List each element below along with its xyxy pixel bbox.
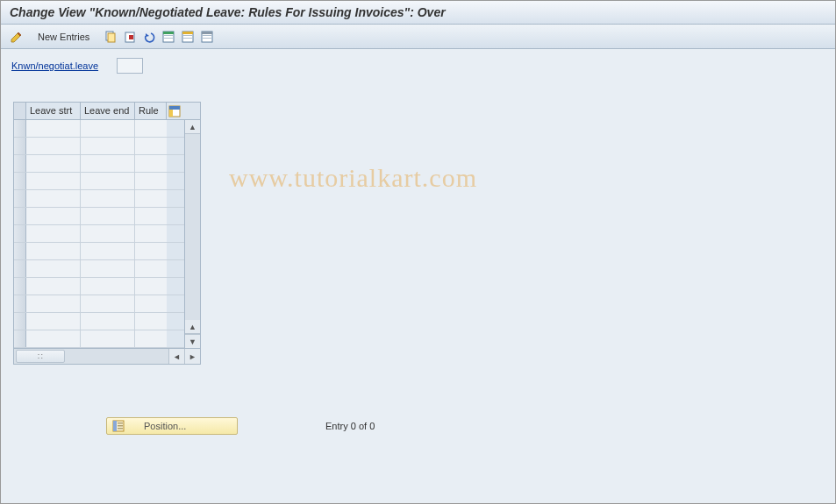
col-rule[interactable]: Rule [135,103,167,119]
cell-leave-end[interactable] [81,155,135,172]
cell-rule[interactable] [135,190,167,207]
svg-rect-18 [169,106,180,110]
position-label: Position... [144,421,186,431]
table-row [14,225,184,243]
cell-rule[interactable] [135,243,167,259]
table-row [14,313,184,330]
table-body: ▲ ▲ ▼ [14,120,200,348]
cell-leave-end[interactable] [81,295,135,312]
row-selector[interactable] [14,190,26,207]
cell-rule[interactable] [135,330,167,347]
row-selector[interactable] [14,208,26,224]
table-row [14,208,184,225]
row-selector[interactable] [14,138,26,154]
cell-leave-strt[interactable] [26,120,81,137]
cell-leave-strt[interactable] [26,208,81,224]
cell-rule[interactable] [135,278,167,295]
cell-leave-strt[interactable] [26,225,81,242]
cell-leave-end[interactable] [81,278,135,295]
cell-rule[interactable] [135,313,167,330]
vertical-scrollbar[interactable]: ▲ ▲ ▼ [184,120,200,348]
leave-rules-table: Leave strt Leave end Rule ▲ ▲ ▼ ∷ ◄ ► [13,102,201,365]
cell-leave-strt[interactable] [26,313,81,330]
knwn-negotiat-leave-label[interactable]: Knwn/negotiat.leave [11,60,108,71]
cell-leave-end[interactable] [81,313,135,330]
table-row [14,295,184,313]
cell-rule[interactable] [135,295,167,312]
table-row [14,243,184,260]
cell-leave-strt[interactable] [26,295,81,312]
entry-counter: Entry 0 of 0 [325,421,375,431]
cell-leave-strt[interactable] [26,190,81,207]
cell-leave-strt[interactable] [26,260,81,277]
select-all-icon[interactable] [160,28,177,46]
svg-rect-9 [182,32,193,34]
cell-leave-end[interactable] [81,138,135,154]
scroll-right-icon[interactable]: ► [184,349,200,364]
cell-rule[interactable] [135,225,167,242]
cell-leave-strt[interactable] [26,155,81,172]
row-selector[interactable] [14,295,26,312]
cell-leave-end[interactable] [81,243,135,259]
footer-row: Position... Entry 0 of 0 [106,417,375,435]
table-config-button[interactable]: ∷ [16,350,65,363]
table-row [14,330,184,348]
delete-icon[interactable] [121,28,139,46]
scroll-left-icon[interactable]: ◄ [168,349,184,364]
position-button[interactable]: Position... [106,417,238,435]
cell-leave-end[interactable] [81,260,135,277]
svg-rect-10 [182,35,193,36]
cell-leave-end[interactable] [81,330,135,347]
col-leave-strt[interactable]: Leave strt [26,103,81,119]
toggle-change-icon[interactable] [8,28,25,46]
cell-rule[interactable] [135,138,167,154]
scroll-down-inner-icon[interactable]: ▲ [185,320,200,334]
row-selector[interactable] [14,260,26,277]
row-selector[interactable] [14,120,26,137]
undo-icon[interactable] [140,28,158,46]
copy-as-icon[interactable] [102,28,119,46]
cell-rule[interactable] [135,173,167,189]
row-selector[interactable] [14,173,26,189]
svg-rect-11 [182,38,193,39]
cell-leave-strt[interactable] [26,278,81,295]
cell-leave-end[interactable] [81,120,135,137]
row-selector[interactable] [14,313,26,330]
cell-leave-strt[interactable] [26,330,81,347]
position-icon [112,420,125,432]
scroll-down-icon[interactable]: ▼ [185,334,200,348]
deselect-all-icon[interactable] [198,28,216,46]
select-block-icon[interactable] [179,28,196,46]
cell-leave-end[interactable] [81,190,135,207]
cell-rule[interactable] [135,155,167,172]
table-row [14,190,184,208]
cell-leave-strt[interactable] [26,243,81,259]
cell-leave-end[interactable] [81,173,135,189]
table-settings-icon[interactable] [167,103,182,119]
filter-field-row: Knwn/negotiat.leave [11,58,825,74]
cell-leave-strt[interactable] [26,138,81,154]
scroll-up-icon[interactable]: ▲ [185,120,200,134]
cell-leave-end[interactable] [81,225,135,242]
watermark: www.tutorialkart.com [229,163,477,193]
cell-leave-strt[interactable] [26,173,81,189]
row-selector[interactable] [14,155,26,172]
svg-rect-15 [202,38,212,39]
cell-rule[interactable] [135,120,167,137]
row-selector[interactable] [14,330,26,347]
cell-leave-end[interactable] [81,208,135,224]
row-selector[interactable] [14,278,26,295]
row-selector[interactable] [14,225,26,242]
knwn-negotiat-leave-input[interactable] [117,58,143,74]
select-all-rows[interactable] [14,103,26,119]
svg-rect-7 [163,38,174,39]
row-selector[interactable] [14,243,26,259]
cell-rule[interactable] [135,208,167,224]
svg-rect-21 [118,422,123,424]
horizontal-scrollbar[interactable]: ∷ ◄ ► [14,348,200,364]
col-leave-end[interactable]: Leave end [81,103,135,119]
svg-rect-3 [129,35,133,39]
cell-rule[interactable] [135,260,167,277]
new-entries-button[interactable]: New Entries [32,30,95,44]
table-row [14,173,184,190]
